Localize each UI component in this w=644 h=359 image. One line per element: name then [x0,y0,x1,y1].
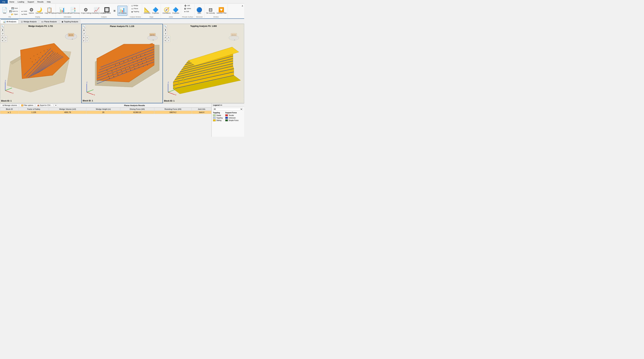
planar-ctrl3[interactable]: ⊠ [82,39,85,42]
row-arrow-cell: ▶ 1 [0,111,19,114]
export-csv-button[interactable]: 📤 Export to CSV... [36,104,53,107]
dark-mode-button[interactable]: 🌙 Dark Mode [35,6,44,16]
menu-loading[interactable]: Loading [16,0,26,3]
tab-planar-analysis[interactable]: ▭ Planar Analysis [39,19,59,24]
sensitivity-analysis-button[interactable]: 📈 Sensitivity Analysis [92,6,102,16]
wedge-pan-btn[interactable]: ✥ [1,28,4,32]
wedge-zoom-btn[interactable]: 🔍 [1,25,4,28]
planar-reset-btn[interactable]: ↺ [82,32,86,35]
viewport-wedge[interactable]: Wedge Analysis FS: 1.721 🔍 ✥ ↺ ⊞ ⊟ ⊠ ⊡ [0,24,81,103]
svg-point-77 [125,68,126,69]
open-label: Open [14,13,18,15]
svg-text:X: X [94,94,95,96]
col-height: Wedge Height (m) [86,108,120,111]
all-analyses-button[interactable]: 📊 All Analyses [118,6,128,16]
ribbon-group-analysis-window: ◇ Wedge ▭ Planar ◈ Toppling Analysis Win… [128,4,142,18]
redo-button[interactable]: ↪ Redo [21,13,28,16]
tab-wedge-analysis[interactable]: ◇ Wedge Analysis [19,19,39,24]
toppling-label: Toppling [133,11,139,12]
redo-icon: ↪ [21,13,23,15]
planar-button[interactable]: ▭ Planar [131,7,139,10]
slope-properties-icon: 🔷 [152,7,158,12]
planar-ctrl4[interactable]: ⊡ [86,39,89,42]
wedge-reset-btn[interactable]: ↺ [1,32,4,35]
toppling-ctrl3[interactable]: ⊠ [164,39,167,42]
wedge-button[interactable]: ◇ Wedge [131,4,139,7]
report-generator-button[interactable]: 📊 Report Generator [57,6,68,16]
all-analyses-tab-label: All Analyses [6,21,16,23]
add-button[interactable]: ➕ Add [184,4,190,7]
manage-columns-icon: ⊞ [2,104,4,106]
open-button[interactable]: 📂 Open [8,13,18,16]
delete-button[interactable]: 🗑 Delete [184,7,192,10]
table-scroll[interactable]: Block ID Factor of Safety Wedge Volume (… [0,107,212,137]
svg-point-26 [38,57,39,58]
stereonet-open-button[interactable]: 🔵 Open [196,6,203,16]
menu-support[interactable]: Support [26,0,36,3]
row-volume: 4091.79 [49,111,86,114]
options-button[interactable]: ⚙ Options [28,6,35,16]
wedge-ctrl3[interactable]: ⊠ [1,39,4,42]
wedge-ctrl2[interactable]: ⊟ [4,36,7,39]
toppling-button[interactable]: ◈ Toppling [131,10,140,13]
slope-properties-button[interactable]: 🔷 Properties [152,6,160,16]
manage-columns-button[interactable]: ⊞ Manage columns [1,104,18,107]
svg-text:N: N [234,39,235,41]
svg-point-61 [140,55,141,56]
summary-label: Project Summary [68,12,78,14]
legend-filter-select[interactable]: All [213,108,243,110]
geometry-button[interactable]: 📐 Geometry [143,6,151,16]
joint-properties-button[interactable]: 🔷 Properties [172,6,180,16]
file-group-label: File [8,16,11,18]
tab-toppling-analysis[interactable]: ◈ Toppling Analysis [59,19,80,24]
toppling-ctrl2[interactable]: ⊟ [167,36,170,39]
edit-button[interactable]: ✏ Edit [184,10,190,13]
filter-options-button[interactable]: 🔽 Filter options [20,104,35,107]
toppling-swatch [213,117,216,119]
menu-results[interactable]: Results [36,0,45,3]
wedge-scene: BACK BACK N [0,24,81,103]
planar-ctrl2[interactable]: ⊟ [86,36,89,39]
toppling-pan-btn[interactable]: ✥ [164,28,167,32]
wedge-ctrl4[interactable]: ⊡ [4,39,7,42]
col-fos: Factor of Safety [18,108,49,111]
toppling-reset-btn[interactable]: ↺ [164,32,167,35]
copy-to-clipboard-button[interactable]: 📋 Copy To Clipboard [44,6,55,16]
menu-help[interactable]: Help [45,0,52,3]
small-icons-button[interactable]: ⊞ [112,6,117,16]
table-row[interactable]: ▶ 1 1.135 4091.79 20 61360.16 69674.2 Jo… [0,111,212,114]
new-button[interactable]: 📄 New [1,6,8,16]
save-as-button[interactable]: 💾 Save As [8,10,18,13]
export-dropdown-button[interactable]: ▼ [54,104,58,107]
file-tab[interactable]: File [0,0,8,3]
project-summary-button[interactable]: 📑 Project Summary [68,6,78,16]
new-label: New [3,12,6,14]
orientations-button[interactable]: 🧭 Orientations [162,6,172,16]
save-as-icon: 💾 [9,10,12,12]
wedge-viewport-controls: 🔍 ✥ ↺ ⊞ ⊟ ⊠ ⊡ [1,25,7,42]
toppling-ctrl4[interactable]: ⊡ [167,39,170,42]
bottom-panel: ⊞ Manage columns 🔽 Filter options 📤 Expo… [0,103,244,137]
planar-ctrl1[interactable]: ⊞ [82,36,85,39]
tab-all-analyses[interactable]: 📊 All Analyses [1,19,18,24]
joints-group-label: Joints [169,16,173,18]
planar-zoom-btn[interactable]: 🔍 [82,25,86,28]
svg-point-27 [42,56,42,56]
viewport-toppling[interactable]: Toppling Analysis FS: 1.693 🔍 ✥ ↺ ⊞ ⊟ ⊠ … [163,24,244,103]
svg-text:Z: Z [5,80,6,82]
project-settings-button[interactable]: ⚙ Project Settings [80,6,91,16]
row-driving: 61360.16 [120,111,154,114]
unknown-swatch [225,117,228,119]
wedge-ctrl1[interactable]: ⊞ [1,36,4,39]
menu-home[interactable]: Home [8,0,16,3]
viewport-planar[interactable]: Planar Analysis FS: 1.135 🔍 ✥ ↺ ⊞ ⊟ ⊠ ⊡ [81,24,163,103]
toppling-ctrl1[interactable]: ⊞ [164,36,167,39]
selection-filter-button[interactable]: 🔽 Selection Filter [216,6,226,16]
planar-pan-btn[interactable]: ✥ [82,28,86,32]
toppling-zoom-btn[interactable]: 🔍 [164,25,167,28]
save-button[interactable]: 💾 Save [8,7,18,10]
undo-button[interactable]: ↩ Undo [21,10,28,13]
tile-vertically-button[interactable]: ⊟ Tile Vertically [206,6,216,16]
scale-block-button[interactable]: 🔲 Scale Block [102,6,112,16]
ribbon-collapse[interactable]: ∧ [241,4,244,18]
